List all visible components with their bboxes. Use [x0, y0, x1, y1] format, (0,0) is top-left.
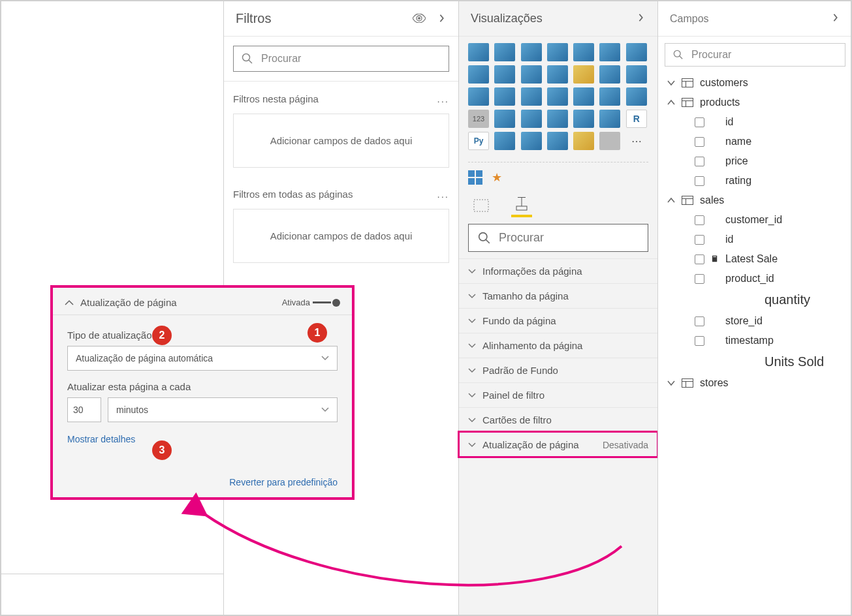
checkbox-icon[interactable]: [695, 117, 704, 127]
table-sales[interactable]: sales: [658, 191, 852, 210]
checkbox-icon[interactable]: [695, 336, 704, 346]
page-refresh-toggle[interactable]: [313, 299, 340, 307]
map-icon[interactable]: [573, 87, 594, 106]
table-icon: [682, 196, 693, 205]
refresh-interval-input[interactable]: 30: [67, 397, 101, 422]
table-stores[interactable]: stores: [658, 373, 852, 393]
format-row-label: Padrão de Fundo: [482, 365, 648, 376]
multi-card-icon[interactable]: [494, 110, 515, 128]
field-id[interactable]: id: [658, 112, 852, 132]
field-id[interactable]: id: [658, 230, 852, 249]
decomposition-icon[interactable]: [521, 132, 542, 150]
checkbox-icon[interactable]: [695, 137, 704, 147]
kpi-icon[interactable]: [521, 110, 542, 128]
format-row-padr-o-de-fundo[interactable]: Padrão de Fundo: [459, 358, 657, 382]
funnel-icon[interactable]: [626, 65, 647, 84]
clustered-bar-icon[interactable]: [494, 43, 515, 61]
field-product-id[interactable]: product_id: [658, 269, 852, 288]
checkbox-icon[interactable]: [695, 176, 704, 186]
format-row-label: Informações da página: [482, 266, 648, 277]
format-row-cart-es-de-filtro[interactable]: Cartões de filtro: [459, 407, 657, 432]
field-latest-sale[interactable]: 🖩Latest Sale: [658, 249, 852, 269]
line-column-icon[interactable]: [521, 65, 542, 84]
values-icon[interactable]: [468, 170, 482, 185]
collapse-icon[interactable]: [831, 13, 840, 25]
field-name[interactable]: name: [658, 132, 852, 151]
donut-icon[interactable]: [521, 87, 542, 106]
key-influencers-icon[interactable]: [494, 132, 515, 150]
show-details-link[interactable]: Mostrar detalhes: [67, 434, 135, 444]
format-row-informa-es-da-p-gina[interactable]: Informações da página: [459, 258, 657, 283]
field-quantity[interactable]: quantity: [658, 288, 852, 311]
stacked-bar-icon[interactable]: [468, 43, 489, 61]
more-icon[interactable]: ...: [437, 93, 449, 104]
field-rating[interactable]: rating: [658, 171, 852, 191]
refresh-type-select[interactable]: Atualização de página automática: [67, 346, 338, 371]
field-name: Units Sold: [725, 354, 824, 369]
format-row-fundo-da-p-gina[interactable]: Fundo da página: [459, 308, 657, 333]
card-icon[interactable]: 123: [468, 110, 489, 128]
checkbox-icon[interactable]: [695, 274, 704, 284]
field-customer-id[interactable]: customer_id: [658, 210, 852, 230]
r-visual-icon[interactable]: R: [626, 110, 647, 128]
scatter-icon[interactable]: [468, 87, 489, 106]
fields-search-placeholder: Procurar: [691, 49, 731, 61]
star-icon[interactable]: ★: [492, 170, 502, 185]
filled-map-icon[interactable]: [599, 87, 620, 106]
pie-icon[interactable]: [494, 87, 515, 106]
arcgis-icon[interactable]: [573, 132, 594, 150]
callout-header[interactable]: Atualização de página Ativada: [53, 288, 352, 315]
stacked-area-icon[interactable]: [494, 65, 515, 84]
python-visual-icon[interactable]: Py: [468, 132, 489, 150]
slicer-icon[interactable]: [547, 110, 568, 128]
filters-all-dropzone[interactable]: Adicionar campos de dados aqui: [233, 209, 449, 263]
more-icon[interactable]: ...: [437, 189, 449, 200]
field-price[interactable]: price: [658, 151, 852, 171]
table-icon[interactable]: [573, 110, 594, 128]
table-products[interactable]: products: [658, 93, 852, 112]
collapse-icon[interactable]: [437, 11, 447, 26]
filters-search-input[interactable]: Procurar: [233, 46, 449, 72]
format-search-input[interactable]: Procurar: [468, 224, 648, 252]
checkbox-icon[interactable]: [695, 215, 704, 225]
field-store-id[interactable]: store_id: [658, 311, 852, 331]
line-chart-icon[interactable]: [626, 43, 647, 61]
fields-search-input[interactable]: Procurar: [665, 43, 845, 67]
format-row-alinhamento-da-p-gina[interactable]: Alinhamento da página: [459, 333, 657, 358]
ribbon-chart-icon[interactable]: [573, 65, 594, 84]
table-customers[interactable]: customers: [658, 73, 852, 93]
field-units-sold[interactable]: Units Sold: [658, 350, 852, 373]
format-tab[interactable]: [511, 194, 532, 217]
revert-default-link[interactable]: Reverter para predefinição: [229, 477, 338, 487]
clustered-column-icon[interactable]: [547, 43, 568, 61]
field-timestamp[interactable]: timestamp: [658, 331, 852, 350]
hundred-column-icon[interactable]: [599, 43, 620, 61]
stacked-column-icon[interactable]: [521, 43, 542, 61]
annotation-badge-2: 2: [152, 326, 172, 345]
treemap-icon[interactable]: [547, 87, 568, 106]
powerapps-icon[interactable]: [599, 132, 620, 150]
matrix-icon[interactable]: [599, 110, 620, 128]
visibility-icon[interactable]: [413, 11, 426, 26]
filters-page-dropzone[interactable]: Adicionar campos de dados aqui: [233, 114, 449, 168]
refresh-unit-select[interactable]: minutos: [108, 397, 338, 422]
qa-icon[interactable]: [547, 132, 568, 150]
area-chart-icon[interactable]: [468, 65, 489, 84]
checkbox-icon[interactable]: [695, 316, 704, 326]
checkbox-icon[interactable]: [695, 235, 704, 245]
field-name: store_id: [725, 315, 763, 327]
gauge-icon[interactable]: [626, 87, 647, 106]
format-row-painel-de-filtro[interactable]: Painel de filtro: [459, 382, 657, 407]
format-row-tamanho-da-p-gina[interactable]: Tamanho da página: [459, 283, 657, 308]
waterfall-icon[interactable]: [599, 65, 620, 84]
checkbox-icon[interactable]: [695, 157, 704, 166]
format-row-atualiza-o-de-p-gina[interactable]: Atualização de páginaDesativada: [459, 432, 657, 457]
field-name: timestamp: [725, 335, 774, 346]
fields-list: customersproductsidnamepriceratingsalesc…: [658, 73, 852, 393]
line-clustered-icon[interactable]: [547, 65, 568, 84]
fields-tab[interactable]: [471, 194, 492, 217]
collapse-icon[interactable]: [637, 12, 646, 25]
hundred-bar-icon[interactable]: [573, 43, 594, 61]
checkbox-icon[interactable]: [695, 254, 704, 264]
more-visuals-icon[interactable]: ⋯: [626, 132, 647, 150]
